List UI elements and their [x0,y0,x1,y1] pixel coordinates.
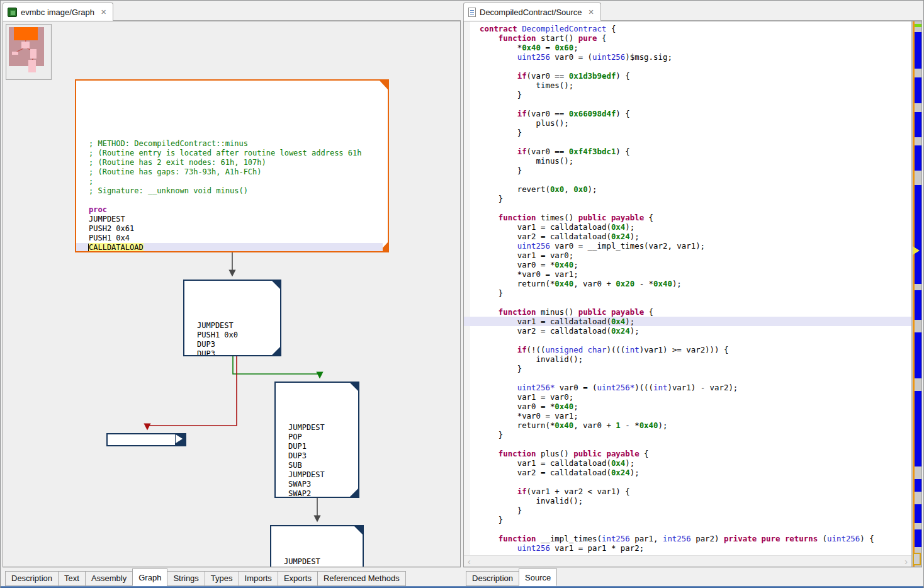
ruler-mark-blue[interactable] [915,529,921,547]
source-line[interactable]: if(var0 == 0xf4f3bdc1) { [470,147,911,156]
ruler-mark-blue[interactable] [915,504,921,523]
tab-description[interactable]: Description [466,571,519,586]
tab-graph[interactable]: Graph [132,568,167,586]
ruler-current-line-arrow-icon[interactable] [913,246,920,255]
asm-line[interactable]: ; (Routine has 2 exit nodes: 61h, 107h) [76,158,388,167]
asm-line[interactable]: PUSH1 0x0 [184,331,280,340]
source-line[interactable]: minus(); [470,156,911,166]
ruler-mark-blue[interactable] [915,185,921,284]
source-line[interactable]: invalid(); [470,496,911,506]
ruler-mark-blue[interactable] [915,391,921,466]
tab-referenced-methods[interactable]: Referenced Methods [317,571,406,586]
source-line[interactable]: } [470,430,911,439]
asm-line[interactable]: PUSH1 0x4 [76,234,388,243]
asm-line[interactable]: JUMPDEST [276,423,358,433]
ruler-mark-green[interactable] [915,24,921,27]
source-line[interactable]: if(var0 == 0x1d3b9edf) { [470,71,911,81]
asm-line[interactable]: ; METHOD: DecompiledContract::minus [76,139,388,149]
source-line[interactable]: if(!((unsigned char)(((int)var1) >= var2… [470,345,911,354]
ruler-mark-blue[interactable] [915,145,921,171]
source-line[interactable] [470,137,911,147]
tab-imports[interactable]: Imports [239,571,278,586]
source-line[interactable]: return(*0x40, var0 + 1 - *0x40); [470,421,911,430]
asm-line[interactable]: SWAP3 [276,480,358,489]
source-line[interactable]: times(); [470,81,911,90]
asm-line[interactable] [76,196,388,205]
source-line[interactable] [470,373,911,383]
source-line[interactable]: function minus() public payable { [470,307,911,317]
ruler-viewport-box[interactable] [913,553,921,565]
source-line[interactable]: var2 = calldataload(0x24); [470,232,911,241]
source-line[interactable]: function __impl_times(int256 par1, int25… [470,534,911,543]
source-line[interactable]: } [470,166,911,175]
asm-line[interactable]: JUMPDEST [76,215,388,224]
asm-line[interactable]: ; (Routine has gaps: 73h-93h, A1h-FCh) [76,167,388,177]
asm-line[interactable]: ; [76,177,388,186]
source-line[interactable]: uint256 var1 = par1 * par2; [470,543,911,553]
overview-ruler[interactable] [911,21,921,567]
tab-types[interactable]: Types [205,571,239,586]
source-line[interactable]: var1 = var0; [470,392,911,402]
graph-node-return[interactable]: JUMPDESTPUSH1 0x40MLOADSWAP1DUP2 [270,525,364,567]
source-line[interactable]: var0 = *0x40; [470,260,911,269]
close-icon[interactable]: ✕ [586,8,594,16]
scroll-left-icon[interactable]: ‹ [468,557,471,567]
source-line[interactable]: var1 = calldataload(0x4); [470,222,911,232]
asm-line[interactable]: DUP1 [276,442,358,451]
horizontal-scrollbar[interactable]: ‹ › [464,555,911,567]
source-line[interactable] [470,203,911,213]
tab-strings[interactable]: Strings [167,571,205,586]
asm-line[interactable]: SUB [276,461,358,470]
source-editor[interactable]: contract DecompiledContract { function s… [464,21,911,555]
source-line[interactable]: uint256* var0 = (uint256*)(((int)var1) -… [470,383,911,392]
source-line[interactable]: *var0 = var1; [470,411,911,421]
asm-line[interactable]: ; (Routine entry is located after routin… [76,149,388,158]
source-line[interactable]: } [470,194,911,203]
tab-description[interactable]: Description [5,571,59,586]
ruler-mark-blue[interactable] [915,290,921,320]
graph-node-compare[interactable]: JUMPDESTPUSH1 0x0DUP3DUP3GTISZEROPUSH2 0… [183,280,281,356]
source-line[interactable]: } [470,288,911,298]
source-line[interactable]: var2 = calldataload(0x24); [470,468,911,477]
graph-canvas[interactable]: ; METHOD: DecompiledContract::minus; (Ro… [3,21,460,567]
asm-line[interactable]: JUMPDEST [276,470,358,480]
ruler-mark-blue[interactable] [915,332,921,378]
source-line[interactable]: *var0 = var1; [470,269,911,279]
source-line[interactable]: if(var1 + var2 < var1) { [470,487,911,496]
asm-line[interactable]: PUSH1 0x40 [271,567,363,567]
asm-line[interactable]: POP [276,433,358,442]
source-line[interactable]: } [470,90,911,99]
source-line[interactable]: var2 = calldataload(0x24); [470,326,911,336]
source-line[interactable]: uint256 var0 = __impl_times(var2, var1); [470,241,911,251]
source-line[interactable] [470,336,911,345]
tab-assembly[interactable]: Assembly [85,571,133,586]
source-line[interactable] [470,298,911,307]
ruler-mark-blue[interactable] [915,112,921,137]
tab-evmbc-image-graph[interactable]: evmbc image/Graph ✕ [3,3,113,21]
source-line[interactable]: } [470,506,911,515]
source-line[interactable]: invalid(); [470,354,911,364]
source-line[interactable]: var1 = calldataload(0x4); [464,317,911,326]
ruler-mark-blue[interactable] [915,479,921,492]
source-line[interactable]: if(var0 == 0x66098d4f) { [470,109,911,118]
asm-line[interactable]: CALLDATALOAD [76,243,383,252]
source-line[interactable]: } [470,128,911,137]
source-line[interactable]: function start() pure { [470,33,911,43]
source-line[interactable]: var1 = calldataload(0x4); [470,458,911,468]
ruler-mark-blue[interactable] [915,32,921,69]
tab-source[interactable]: Source [519,568,557,586]
source-line[interactable]: } [470,364,911,373]
source-line[interactable]: plus(); [470,118,911,128]
graph-node-invalid[interactable]: INVALID [106,433,186,446]
asm-line[interactable]: JUMPDEST [184,321,280,331]
asm-line[interactable]: SWAP2 [276,489,358,498]
scroll-right-icon[interactable]: › [904,557,908,567]
source-line[interactable]: uint256 var0 = (uint256)$msg.sig; [470,52,911,62]
source-line[interactable]: return(*0x40, var0 + 0x20 - *0x40); [470,279,911,288]
asm-line[interactable]: DUP3 [276,451,358,461]
close-icon[interactable]: ✕ [98,8,106,16]
asm-line[interactable]: DUP3 [184,349,280,356]
asm-line[interactable]: JUMPDEST [271,557,363,567]
source-line[interactable] [470,524,911,534]
source-line[interactable]: var1 = var0; [470,251,911,260]
